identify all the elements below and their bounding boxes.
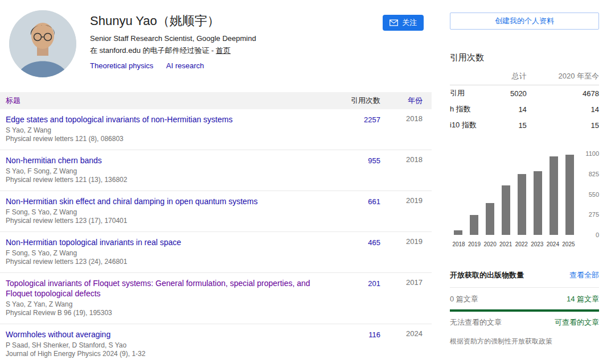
chart-ytick-label: 0 bbox=[596, 231, 599, 238]
article-title-link[interactable]: Non-Hermitian topological invariants in … bbox=[6, 237, 318, 247]
article-authors: S Yao, Z Yan, Z Wang bbox=[6, 300, 318, 309]
chart-ytick-label: 550 bbox=[589, 191, 599, 198]
chart-bar-2020[interactable] bbox=[483, 154, 497, 235]
stats-citations-since: 4678 bbox=[527, 85, 599, 102]
chart-bars bbox=[451, 154, 576, 235]
sort-by-title-header[interactable]: 标题 bbox=[0, 96, 318, 106]
interests: Theoretical physics AI research bbox=[90, 60, 383, 71]
stats-label-h-index[interactable]: h 指数 bbox=[450, 101, 497, 117]
chart-ytick-label: 275 bbox=[589, 211, 599, 218]
verified-email: 在 stanford.edu 的电子邮件经过验证 - 首页 bbox=[90, 46, 383, 56]
article-venue: Physical review letters 121 (8), 086803 bbox=[6, 135, 318, 143]
stats-h-index-since: 14 bbox=[527, 101, 599, 117]
sort-by-citations-header: 引用次数 bbox=[318, 96, 380, 106]
view-all-link[interactable]: 查看全部 bbox=[569, 270, 599, 280]
scholar-profile-page: Shunyu Yao（姚顺宇） Senior Staff Research Sc… bbox=[0, 0, 615, 364]
interest-link-theoretical-physics[interactable]: Theoretical physics bbox=[90, 61, 153, 70]
article-year: 2019 bbox=[380, 196, 432, 225]
stats-row-i10-index: i10 指数 15 15 bbox=[450, 117, 599, 133]
article-year: 2018 bbox=[380, 155, 432, 184]
article-venue: Physical review letters 123 (24), 246801 bbox=[6, 258, 318, 266]
article-title-link[interactable]: Edge states and topological invariants o… bbox=[6, 114, 318, 125]
profile-header: Shunyu Yao（姚顺宇） Senior Staff Research Sc… bbox=[0, 0, 432, 92]
stats-row-h-index: h 指数 14 14 bbox=[450, 101, 599, 117]
open-access-section: 开放获取的出版物数量 查看全部 0 篇文章 14 篇文章 无法查看的文章 可查看… bbox=[450, 270, 599, 346]
open-access-unavailable-label: 无法查看的文章 bbox=[450, 317, 502, 328]
open-access-progress-bar bbox=[450, 309, 599, 312]
article-year: 2019 bbox=[380, 237, 432, 266]
stats-i10-index-since: 15 bbox=[527, 117, 599, 133]
interest-link-ai-research[interactable]: AI research bbox=[166, 61, 204, 70]
cited-by-link[interactable]: 201 bbox=[368, 279, 380, 288]
stats-h-index-total: 14 bbox=[497, 101, 526, 117]
article-year: 2017 bbox=[380, 278, 432, 317]
open-access-heading: 开放获取的出版物数量 bbox=[450, 270, 524, 280]
chart-bar-2021[interactable] bbox=[499, 154, 512, 235]
article-authors: P Saad, SH Shenker, D Stanford, S Yao bbox=[6, 341, 318, 350]
chart-xlabels: 20182019202020212022202320242025 bbox=[451, 241, 576, 247]
chart-year-label: 2018 bbox=[451, 241, 466, 247]
article-year: 2018 bbox=[380, 114, 432, 143]
sidebar: 创建我的个人资料 引用次数 总计 2020 年至今 引用 5020 4678 h… bbox=[450, 0, 599, 364]
articles-table-header: 标题 引用次数 年份 bbox=[0, 92, 432, 109]
article-year: 2024 bbox=[380, 329, 432, 358]
avatar[interactable] bbox=[9, 10, 76, 77]
chart-bar-2018[interactable] bbox=[451, 154, 465, 235]
citations-chart: 02755508251100 2018201920202021202220232… bbox=[450, 154, 599, 247]
chart-bar-2025[interactable] bbox=[563, 154, 576, 235]
chart-bar-2023[interactable] bbox=[531, 154, 544, 235]
cited-by-link[interactable]: 955 bbox=[368, 156, 380, 165]
homepage-link[interactable]: 首页 bbox=[216, 46, 231, 55]
profile-name: Shunyu Yao（姚顺宇） bbox=[90, 13, 383, 30]
follow-button[interactable]: 关注 bbox=[383, 15, 424, 31]
stats-empty-header bbox=[450, 68, 497, 85]
stats-row-citations: 引用 5020 4678 bbox=[450, 85, 599, 102]
cited-by-link[interactable]: 116 bbox=[368, 330, 380, 339]
verified-email-text: 在 stanford.edu 的电子邮件经过验证 - bbox=[90, 46, 216, 55]
article-venue: Journal of High Energy Physics 2024 (9),… bbox=[6, 350, 318, 358]
chart-bar-2022[interactable] bbox=[515, 154, 528, 235]
open-access-unavailable-count: 0 篇文章 bbox=[450, 294, 478, 304]
chart-ytick-label: 825 bbox=[589, 171, 599, 177]
article-venue: Physical review letters 123 (17), 170401 bbox=[6, 217, 318, 225]
open-access-available-count: 14 篇文章 bbox=[567, 294, 599, 304]
article-authors: F Song, S Yao, Z Wang bbox=[6, 208, 318, 217]
stats-col-since: 2020 年至今 bbox=[527, 68, 599, 85]
chart-year-label: 2021 bbox=[498, 241, 514, 247]
profile-affiliation: Senior Staff Research Scientist, Google … bbox=[90, 34, 383, 43]
stats-label-citations[interactable]: 引用 bbox=[450, 85, 497, 102]
create-profile-button[interactable]: 创建我的个人资料 bbox=[450, 13, 599, 30]
sort-by-year-header[interactable]: 年份 bbox=[380, 96, 432, 106]
citations-section-heading[interactable]: 引用次数 bbox=[450, 52, 599, 63]
follow-envelope-icon bbox=[390, 19, 398, 26]
open-access-available-label: 可查看的文章 bbox=[555, 317, 599, 328]
chart-bar-2019[interactable] bbox=[467, 154, 481, 235]
open-access-progress-fill bbox=[450, 309, 599, 312]
stats-col-total: 总计 bbox=[497, 68, 526, 85]
open-access-note: 根据资助方的强制性开放获取政策 bbox=[450, 337, 599, 346]
follow-button-label: 关注 bbox=[402, 18, 417, 28]
article-authors: F Song, S Yao, Z Wang bbox=[6, 249, 318, 258]
cited-by-link[interactable]: 2257 bbox=[364, 115, 380, 124]
chart-ytick-label: 1100 bbox=[585, 150, 599, 157]
profile-info: Shunyu Yao（姚顺宇） Senior Staff Research Sc… bbox=[90, 10, 383, 77]
article-title-link[interactable]: Non-hermitian chern bands bbox=[6, 155, 318, 166]
chart-year-label: 2019 bbox=[467, 241, 482, 247]
stats-label-i10-index[interactable]: i10 指数 bbox=[450, 117, 497, 133]
article-venue: Physical Review B 96 (19), 195303 bbox=[6, 309, 318, 317]
article-row: Edge states and topological invariants o… bbox=[0, 109, 432, 150]
article-title-link[interactable]: Topological invariants of Floquet system… bbox=[6, 278, 318, 299]
chart-year-label: 2023 bbox=[530, 241, 545, 247]
cited-by-link[interactable]: 465 bbox=[368, 238, 380, 247]
article-title-link[interactable]: Wormholes without averaging bbox=[6, 329, 318, 340]
article-title-link[interactable]: Non-Hermitian skin effect and chiral dam… bbox=[6, 196, 318, 206]
article-row: Non-hermitian chern bands S Yao, F Song,… bbox=[0, 150, 432, 191]
article-authors: S Yao, Z Wang bbox=[6, 126, 318, 135]
chart-bar-2024[interactable] bbox=[547, 154, 560, 235]
chart-year-label: 2025 bbox=[561, 241, 576, 247]
article-venue: Physical review letters 121 (13), 136802 bbox=[6, 176, 318, 184]
cited-by-link[interactable]: 661 bbox=[368, 197, 380, 206]
article-row: Non-Hermitian topological invariants in … bbox=[0, 232, 432, 273]
chart-year-label: 2022 bbox=[514, 241, 529, 247]
avatar-photo-placeholder bbox=[9, 10, 76, 77]
